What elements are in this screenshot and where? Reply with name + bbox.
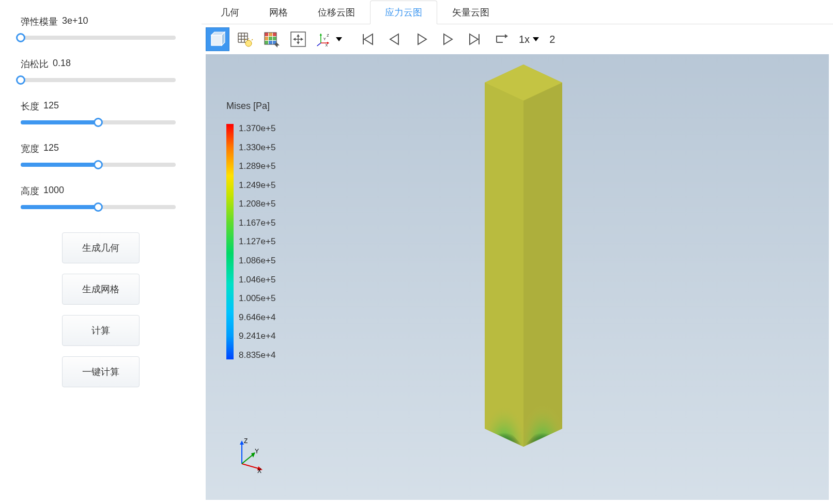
param-3: 宽度 125 xyxy=(21,143,181,167)
legend-value: 1.330e+5 xyxy=(239,143,275,152)
param-label: 宽度 xyxy=(21,143,39,155)
speed-value: 1x xyxy=(519,34,530,45)
svg-text:X: X xyxy=(325,43,328,48)
speed-selector[interactable]: 1x xyxy=(519,34,539,45)
move-button[interactable] xyxy=(286,27,310,51)
action-button-3[interactable]: 一键计算 xyxy=(62,356,140,387)
svg-text:Z: Z xyxy=(327,33,329,38)
svg-marker-45 xyxy=(418,34,426,44)
color-legend: Mises [Pa] 1.370e+51.330e+51.289e+51.249… xyxy=(226,101,275,359)
slider-thumb[interactable] xyxy=(16,75,25,85)
slider[interactable] xyxy=(21,36,176,40)
toolbar: Z Y X 1x 2 xyxy=(202,24,833,54)
svg-rect-15 xyxy=(265,33,268,36)
svg-rect-18 xyxy=(265,37,268,40)
param-2: 长度 125 xyxy=(21,100,181,124)
legend-value: 1.208e+5 xyxy=(239,199,275,208)
param-1: 泊松比 0.18 xyxy=(21,58,181,82)
axes-triad: Z Y X xyxy=(232,438,268,474)
svg-point-11 xyxy=(245,40,252,46)
tab-4[interactable]: 矢量云图 xyxy=(437,1,504,24)
param-label: 高度 xyxy=(21,185,39,197)
action-button-2[interactable]: 计算 xyxy=(62,315,140,346)
param-0: 弹性模量 3e+10 xyxy=(21,15,181,40)
svg-line-64 xyxy=(242,454,253,464)
model-render xyxy=(485,65,562,447)
slider-thumb[interactable] xyxy=(94,202,103,212)
svg-text:Y: Y xyxy=(323,37,326,41)
first-frame-button[interactable] xyxy=(356,27,379,51)
legend-value: 1.086e+5 xyxy=(239,256,275,265)
svg-marker-42 xyxy=(364,34,373,44)
legend-value: 1.046e+5 xyxy=(239,275,275,284)
svg-text:Y: Y xyxy=(255,448,259,455)
legend-title: Mises [Pa] xyxy=(226,101,275,112)
sidebar: 弹性模量 3e+10 泊松比 0.18 长度 125 宽度 125 高度 100… xyxy=(0,0,202,504)
frame-number: 2 xyxy=(549,34,555,45)
tab-3[interactable]: 应力云图 xyxy=(370,1,437,24)
slider-thumb[interactable] xyxy=(94,160,103,169)
svg-rect-0 xyxy=(211,35,222,45)
param-value: 125 xyxy=(43,143,59,155)
prev-frame-button[interactable] xyxy=(382,27,406,51)
chevron-down-icon xyxy=(533,37,539,41)
param-value: 1000 xyxy=(43,185,64,197)
svg-marker-46 xyxy=(444,34,452,44)
svg-marker-43 xyxy=(390,34,398,44)
param-label: 弹性模量 xyxy=(21,15,58,28)
svg-marker-34 xyxy=(320,33,322,35)
legend-value: 8.835e+4 xyxy=(239,351,275,359)
slider-thumb[interactable] xyxy=(94,118,103,127)
slider[interactable] xyxy=(21,163,176,167)
play-button[interactable] xyxy=(409,27,433,51)
svg-line-13 xyxy=(252,39,253,40)
legend-value: 1.289e+5 xyxy=(239,162,275,170)
param-value: 0.18 xyxy=(53,58,71,70)
legend-value: 1.249e+5 xyxy=(239,181,275,190)
loop-button[interactable] xyxy=(490,27,514,51)
legend-value: 1.005e+5 xyxy=(239,294,275,303)
param-value: 125 xyxy=(43,100,59,113)
legend-value: 1.370e+5 xyxy=(239,124,275,133)
svg-rect-19 xyxy=(269,37,272,40)
grid-light-button[interactable] xyxy=(233,27,256,51)
slider[interactable] xyxy=(21,120,176,124)
legend-value: 1.167e+5 xyxy=(239,218,275,227)
tab-2[interactable]: 位移云图 xyxy=(303,1,370,24)
param-4: 高度 1000 xyxy=(21,185,181,209)
svg-line-37 xyxy=(317,43,321,46)
next-frame-button[interactable] xyxy=(436,27,460,51)
tabs: 几何网格位移云图应力云图矢量云图 xyxy=(202,0,833,24)
svg-text:Z: Z xyxy=(244,438,248,445)
legend-value: 1.127e+5 xyxy=(239,237,275,246)
slider[interactable] xyxy=(21,78,176,82)
svg-marker-48 xyxy=(470,34,478,44)
legend-value: 9.646e+4 xyxy=(239,313,275,322)
tab-0[interactable]: 几何 xyxy=(206,1,254,24)
svg-marker-50 xyxy=(505,34,508,38)
legend-bar xyxy=(226,124,234,359)
legend-value: 9.241e+4 xyxy=(239,332,275,340)
main-panel: 几何网格位移云图应力云图矢量云图 xyxy=(202,0,833,504)
action-button-0[interactable]: 生成几何 xyxy=(62,232,140,263)
slider-thumb[interactable] xyxy=(16,33,25,42)
svg-rect-22 xyxy=(269,41,272,44)
param-label: 长度 xyxy=(21,100,39,113)
svg-rect-17 xyxy=(273,33,276,36)
param-value: 3e+10 xyxy=(62,15,88,28)
grid-color-button[interactable] xyxy=(259,27,283,51)
action-button-1[interactable]: 生成网格 xyxy=(62,274,140,305)
svg-text:X: X xyxy=(257,467,261,474)
tab-1[interactable]: 网格 xyxy=(254,1,303,24)
svg-rect-20 xyxy=(273,37,276,40)
slider[interactable] xyxy=(21,205,176,209)
last-frame-button[interactable] xyxy=(463,27,487,51)
viewport[interactable]: Mises [Pa] 1.370e+51.330e+51.289e+51.249… xyxy=(206,54,829,500)
axis-picker-button[interactable]: Z Y X xyxy=(313,27,344,51)
param-label: 泊松比 xyxy=(21,58,49,70)
svg-rect-21 xyxy=(265,41,268,44)
svg-marker-61 xyxy=(240,440,244,445)
svg-rect-16 xyxy=(269,33,272,36)
cube-view-button[interactable] xyxy=(206,27,229,51)
